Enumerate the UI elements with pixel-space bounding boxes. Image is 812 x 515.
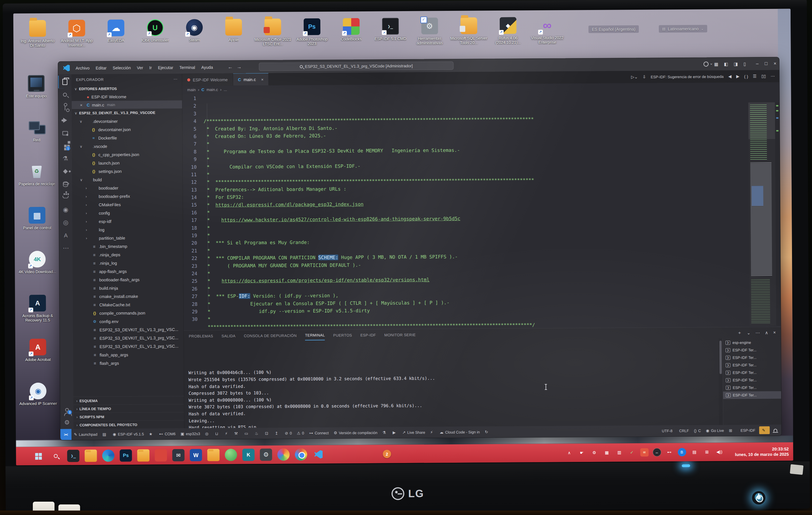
status-bar-item[interactable]: ESP-IDF bbox=[736, 428, 758, 432]
tree-item[interactable]: ∨ .vscode bbox=[72, 142, 182, 150]
status-bar-item[interactable]: () C bbox=[691, 428, 703, 433]
tray-icon[interactable]: ▦ bbox=[603, 449, 611, 457]
new-terminal-icon[interactable]: ＋ bbox=[737, 330, 742, 336]
status-bar-item[interactable]: ◉ ESP-IDF v5.1.5 bbox=[110, 432, 147, 436]
tree-item[interactable]: {} compile_commands.json bbox=[73, 308, 183, 317]
terminal-list-item[interactable]: ❯ esp-engine bbox=[723, 339, 781, 346]
taskbar-pinned-icon[interactable]: ⚙ bbox=[260, 449, 272, 461]
status-bar-item[interactable]: ⚡ bbox=[223, 431, 232, 436]
tree-item[interactable]: ≡ app-flash_args bbox=[72, 267, 183, 276]
activity-bar-item[interactable]: ◎ bbox=[59, 216, 72, 229]
status-bar-item[interactable]: ◉ Go Live bbox=[703, 428, 726, 433]
taskbar-pinned-icon[interactable] bbox=[32, 450, 44, 462]
close-icon[interactable]: × bbox=[261, 77, 264, 82]
desktop-icon[interactable]: CodeBlocks bbox=[331, 18, 371, 46]
tray-icon[interactable]: ⚙ bbox=[590, 449, 599, 457]
desktop-icon[interactable]: Microsoft SQL Server Tools 20... bbox=[449, 17, 489, 45]
account-icon[interactable] bbox=[703, 61, 708, 66]
status-bar-item[interactable]: ⚒ bbox=[232, 431, 242, 436]
taskbar-pinned-icon[interactable] bbox=[137, 449, 149, 462]
activity-bar-item[interactable] bbox=[59, 165, 72, 178]
status-bar-item[interactable]: ⊶ Connect bbox=[307, 431, 331, 435]
tab-main-c[interactable]: C main.c × bbox=[233, 73, 269, 86]
terminal-list-item[interactable]: ❯ ESP-IDF Ter... bbox=[723, 376, 781, 384]
status-bar-item[interactable]: ⊘ 0 bbox=[282, 431, 294, 435]
taskbar-pinned-icon[interactable] bbox=[277, 449, 289, 461]
desktop-icon[interactable]: Advanced IP Scanner bbox=[17, 383, 59, 427]
status-bar-item[interactable] bbox=[771, 429, 781, 432]
tray-icon[interactable]: ▤ bbox=[690, 448, 699, 456]
terminal-list-item[interactable]: ❯ ESP-IDF Ter... bbox=[723, 346, 781, 354]
layout-customize-icon[interactable]: ▦ bbox=[714, 61, 718, 67]
tree-item[interactable]: {} c_cpp_properties.json bbox=[72, 150, 182, 159]
tree-item[interactable]: {} settings.json bbox=[72, 167, 182, 175]
status-bar-item[interactable]: ⊡ bbox=[262, 431, 272, 435]
desktop-icon[interactable]: Steam bbox=[175, 19, 214, 47]
open-editor-item[interactable]: × C main.c main bbox=[72, 101, 182, 109]
desktop-icon[interactable]: 4K Video Download... bbox=[17, 251, 58, 295]
activity-bar-item[interactable] bbox=[58, 88, 71, 101]
command-center-search[interactable]: ESP32_S3_DEVKIT_EL_V1.3_prg_VSCode [Admi… bbox=[259, 61, 454, 71]
terminal-output[interactable]: Writing at 0x0004b6c8... (100 %)Wrote 25… bbox=[184, 338, 719, 428]
tree-item[interactable]: › esp-idf bbox=[72, 217, 183, 226]
panel-tab[interactable]: SALIDA bbox=[221, 331, 235, 340]
tree-item[interactable]: ∨ build bbox=[72, 175, 182, 184]
tray-icon[interactable]: B bbox=[678, 448, 686, 456]
status-bar-item[interactable]: ◎ bbox=[202, 431, 212, 436]
taskbar-pinned-icon[interactable] bbox=[312, 448, 324, 460]
status-bar-item[interactable]: ↥ bbox=[272, 431, 283, 435]
terminal-list-item[interactable]: ❯ ESP-IDF Ter... bbox=[723, 384, 781, 392]
tray-icon[interactable]: ▥ bbox=[615, 448, 624, 457]
terminal-list-item[interactable]: ❯ ESP-IDF Ter... bbox=[723, 391, 781, 399]
activity-bar-item[interactable] bbox=[58, 126, 72, 139]
status-bar-item[interactable]: ▤ bbox=[100, 432, 110, 436]
status-bar-item[interactable]: ⊞ bbox=[726, 428, 736, 433]
desktop-icon[interactable]: Acronis Backup & Recovery 11.5 bbox=[17, 295, 59, 339]
desktop-icon[interactable]: Papelera de reciclaje bbox=[16, 163, 58, 207]
status-bar-item[interactable]: ⊷ COM6 bbox=[156, 432, 178, 436]
language-primary[interactable]: ES Español (Argentina) bbox=[588, 25, 639, 33]
tree-item[interactable]: ≡ bootloader-flash_args bbox=[73, 275, 183, 284]
desktop-icon[interactable]: Adobe Photoshop 2023 bbox=[292, 18, 332, 46]
taskbar-clock[interactable]: 20:33:52 lunes, 10 de marzo de 2025 bbox=[735, 446, 789, 457]
tray-icon[interactable]: ◀)) bbox=[715, 448, 724, 456]
status-bar-item[interactable]: ▶ bbox=[390, 430, 400, 435]
status-bar-item[interactable]: ☁ Cloud Code - Sign in bbox=[437, 430, 483, 434]
desktop-icon[interactable]: EasyEDA bbox=[96, 20, 136, 47]
taskbar-pinned-icon[interactable]: K bbox=[242, 449, 255, 461]
taskbar-pinned-icon[interactable] bbox=[102, 449, 114, 462]
status-bar-item[interactable]: ↻ bbox=[482, 430, 492, 434]
tree-item[interactable]: › CMakeFiles bbox=[72, 200, 183, 209]
tray-icon[interactable]: – bbox=[652, 448, 661, 456]
tray-icon[interactable]: ⊞ bbox=[703, 448, 711, 456]
breadcrumb-item[interactable]: main.c bbox=[207, 87, 218, 92]
taskbar-pinned-icon[interactable] bbox=[85, 450, 97, 462]
taskbar-pinned-icon[interactable] bbox=[295, 448, 307, 460]
close-icon[interactable]: × bbox=[80, 103, 85, 107]
tree-item[interactable]: ≡ .ninja_deps bbox=[72, 250, 183, 259]
tree-item[interactable]: ≡ .ninja_log bbox=[72, 258, 183, 267]
more-actions-icon[interactable]: ⋯ bbox=[756, 330, 760, 335]
status-bar-item[interactable]: ♨ bbox=[252, 431, 262, 435]
prev-change-icon[interactable]: ◀ bbox=[728, 74, 732, 79]
tree-item[interactable]: ≡ .bin_timestamp bbox=[72, 242, 183, 251]
toggle-panel-icon[interactable]: ◨ bbox=[733, 61, 738, 66]
taskbar-pinned-icon[interactable]: ✉ bbox=[172, 449, 184, 461]
desktop-icon[interactable]: Ing. Antonio Alberto Di Santo bbox=[18, 20, 57, 48]
activity-bar-item[interactable] bbox=[58, 101, 72, 114]
more-actions-icon[interactable]: ⋯ bbox=[771, 74, 775, 79]
activity-bar-item[interactable]: A bbox=[59, 229, 72, 242]
more-actions-icon[interactable]: ⋯ bbox=[174, 77, 177, 81]
activity-bar-item[interactable] bbox=[59, 191, 72, 203]
status-bar-item[interactable]: ⚙ Versión de compilación bbox=[331, 430, 380, 435]
tray-icon[interactable]: ✉ bbox=[640, 448, 648, 457]
desktop-icon[interactable]: Microsoft Office 2021 LTSC Ent... bbox=[253, 18, 293, 46]
tree-item[interactable]: › bootloader-prefix bbox=[72, 192, 183, 200]
sidebar-footer-section[interactable]: › LÍNEA DE TIEMPO bbox=[74, 404, 184, 413]
tray-icon[interactable]: ✓ bbox=[628, 448, 636, 457]
status-bar-item[interactable]: ⚡ bbox=[428, 430, 437, 434]
panel-tab[interactable]: MONITOR SERIE bbox=[384, 330, 416, 340]
maximize-button[interactable]: □ bbox=[765, 61, 767, 66]
code-editor[interactable]: 1234567891011121314151617181920212223242… bbox=[182, 90, 781, 331]
menu-item[interactable]: Ir bbox=[146, 65, 155, 70]
